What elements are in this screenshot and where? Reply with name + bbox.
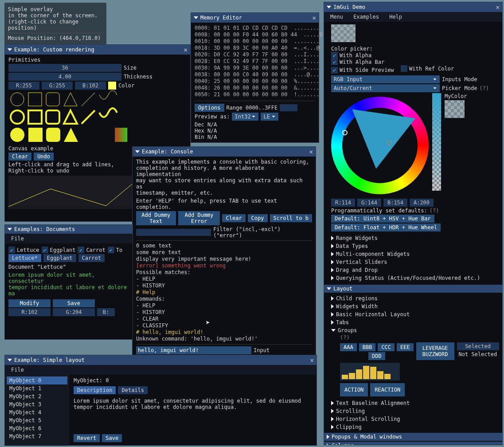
collapse-arrow-icon[interactable] — [194, 16, 198, 19]
color-wheel[interactable] — [331, 93, 429, 198]
close-icon[interactable]: ✕ — [496, 4, 500, 11]
size-drag[interactable]: 36 — [8, 64, 121, 72]
close-icon[interactable]: ✕ — [184, 46, 188, 53]
window-documents[interactable]: Examples: Documents File ✔Lettuce ✔Eggpl… — [4, 224, 133, 340]
default-2-button[interactable]: Default: Float + HDR + Hue Wheel — [331, 224, 441, 231]
titlebar[interactable]: Example: Simple layout ✕ — [5, 355, 316, 365]
tab-eggplant[interactable]: Eggplant — [43, 254, 76, 262]
close-icon[interactable]: ✕ — [310, 357, 314, 364]
add-dummy-text-button[interactable]: Add Dummy Text — [136, 211, 176, 225]
color-preview-large[interactable] — [331, 24, 356, 42]
clear-button[interactable]: Clear — [222, 214, 245, 222]
object-list[interactable]: MyObject 0MyObject 1MyObject 2MyObject 3… — [5, 375, 69, 446]
collapse-arrow-icon[interactable] — [8, 228, 12, 231]
titlebar[interactable]: Memory Editor ✕ — [191, 13, 319, 23]
color-g-drag[interactable]: G:255 — [42, 82, 73, 90]
tree-item[interactable]: Data Types — [331, 242, 495, 250]
tree-item[interactable]: Drag and Drop — [331, 266, 495, 274]
popups-header[interactable]: Popups & Modal windows — [324, 433, 502, 441]
tree-item[interactable]: Multi-component Widgets — [331, 250, 495, 258]
type-combo[interactable]: Int32 — [232, 113, 258, 121]
list-item[interactable]: MyObject 6 — [7, 424, 67, 432]
goto-input[interactable] — [280, 104, 297, 111]
menu-menu[interactable]: Menu — [327, 13, 347, 21]
checkbox-lettuce[interactable]: ✔Lettuce — [8, 247, 39, 253]
collapse-arrow-icon[interactable] — [8, 48, 12, 51]
console-input[interactable] — [136, 346, 251, 354]
checkbox-tomato[interactable]: ✔To — [108, 247, 122, 253]
list-item[interactable]: MyObject 5 — [7, 416, 67, 424]
color-b-drag[interactable]: B: — [97, 308, 115, 316]
tree-item[interactable]: Widgets Width — [331, 302, 495, 310]
ccc-button[interactable]: CCC — [378, 343, 395, 351]
aaa-button[interactable]: AAA — [340, 343, 357, 351]
color-g-drag[interactable]: G:204 — [53, 308, 95, 316]
collapse-arrow-icon[interactable] — [135, 150, 140, 153]
titlebar[interactable]: Examples: Documents — [5, 225, 133, 234]
close-icon[interactable]: ✕ — [313, 14, 316, 21]
columns-header[interactable]: Columns — [324, 442, 502, 446]
list-item[interactable]: MyObject 0 — [7, 376, 67, 384]
r-drag[interactable]: R:114 — [331, 199, 355, 207]
window-memory-editor[interactable]: Memory Editor ✕ 0000: 01 01 01 CD CD CD … — [191, 12, 319, 143]
not-selected-cell[interactable]: Not Selected — [457, 350, 499, 358]
save-button[interactable]: Save — [53, 299, 95, 307]
menu-examples[interactable]: Examples — [350, 13, 383, 21]
tree-item[interactable]: Vertical Sliders — [331, 258, 495, 266]
close-icon[interactable]: ✕ — [309, 148, 313, 155]
color-r-drag[interactable]: R:102 — [8, 308, 51, 316]
a-drag[interactable]: A:200 — [410, 199, 434, 207]
endian-combo[interactable]: LE — [261, 113, 278, 121]
window-imgui-demo[interactable]: ImGui Demo ✕ Menu Examples Help Color pi… — [324, 2, 503, 445]
selected-cell[interactable]: Selected — [457, 342, 499, 350]
titlebar[interactable]: ImGui Demo ✕ — [324, 2, 502, 12]
tree-item[interactable]: Basic Horizontal Layout — [331, 310, 495, 318]
copy-button[interactable]: Copy — [248, 214, 268, 222]
titlebar[interactable]: Example: Custom rendering ✕ — [5, 45, 190, 55]
tree-groups[interactable]: Groups — [331, 326, 495, 334]
checkbox-carrot[interactable]: ✔Carrot — [78, 247, 105, 253]
menu-help[interactable]: Help — [386, 13, 406, 21]
checkbox-alpha-bar[interactable]: ✔With Alpha Bar — [331, 59, 384, 65]
list-item[interactable]: MyObject 2 — [7, 392, 67, 400]
layout-header[interactable]: Layout — [324, 285, 502, 293]
checkbox-side-preview[interactable]: ✔With Side Preview — [331, 67, 394, 74]
tree-item[interactable]: Horizontal Scrolling — [331, 415, 495, 423]
tree-item[interactable]: Scrolling — [331, 407, 495, 415]
list-item[interactable]: MyObject 4 — [7, 408, 67, 416]
color-swatch[interactable] — [108, 82, 116, 90]
tree-item[interactable]: Clipping — [331, 423, 495, 431]
checkbox-ref-color[interactable]: With Ref Color — [401, 65, 454, 72]
eee-button[interactable]: EEE — [397, 343, 414, 351]
b-drag[interactable]: B:154 — [383, 199, 407, 207]
alpha-bar[interactable] — [432, 93, 441, 191]
tree-item[interactable]: Querying Status (Active/Focused/Hovered … — [331, 274, 495, 282]
collapse-arrow-icon[interactable] — [8, 359, 12, 361]
default-1-button[interactable]: Default: Uint8 + HSV + Hue Bar — [331, 215, 434, 223]
tree-item[interactable]: Tabs — [331, 318, 495, 326]
inputs-mode-combo[interactable]: RGB Input — [331, 75, 440, 83]
scroll-bottom-button[interactable]: Scroll to b — [270, 214, 312, 222]
action-button[interactable]: ACTION — [340, 383, 368, 396]
undo-button[interactable]: Undo — [34, 153, 54, 161]
tree-item[interactable]: Child regions — [331, 294, 495, 302]
ddd-button[interactable]: DDD — [368, 352, 385, 360]
color-r-drag[interactable]: R:255 — [8, 82, 39, 90]
options-button[interactable]: Options — [195, 104, 224, 112]
thickness-drag[interactable]: 4.00 — [8, 73, 121, 81]
modify-button[interactable]: Modify — [8, 299, 51, 307]
picker-mode-combo[interactable]: Auto/Current — [331, 84, 440, 92]
filter-input[interactable] — [136, 229, 211, 236]
window-simple-layout[interactable]: Example: Simple layout ✕ File MyObject 0… — [4, 355, 317, 446]
list-item[interactable]: MyObject 7 — [7, 432, 67, 440]
g-drag[interactable]: G:144 — [357, 199, 381, 207]
tree-item[interactable]: Range Widgets — [331, 234, 495, 242]
clear-button[interactable]: Clear — [8, 153, 31, 161]
help-marker-icon[interactable]: (?) — [479, 85, 489, 91]
menu-file[interactable]: File — [8, 235, 27, 243]
titlebar[interactable]: Example: Console ✕ — [133, 147, 316, 157]
checkbox-alpha[interactable]: ✔With Alpha — [331, 52, 371, 59]
save-button[interactable]: Save — [102, 434, 122, 442]
tab-description[interactable]: Description — [74, 386, 116, 394]
reaction-button[interactable]: REACTION — [370, 383, 405, 396]
